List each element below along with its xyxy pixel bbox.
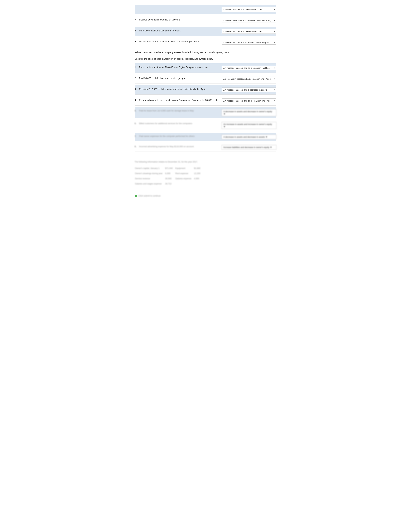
section-intro-1: Falske Computer Timeshare Company entere… (135, 49, 276, 55)
q-number-6-top (135, 7, 139, 7)
main-select-wrapper-2[interactable]: A decrease in assets and a decrease in o… (222, 76, 276, 81)
main-q-text-3: Received $17,000 cash from customers for… (139, 87, 222, 91)
main-q-answer-4[interactable]: An increase in assets and an increase in… (222, 98, 276, 103)
blurred-q-number-8: 8. (135, 145, 139, 148)
bottom-row2-col1: Owner's drawings during year (135, 171, 165, 176)
main-question-row-2: 2. Paid $4,000 cash for May rent on stor… (135, 74, 276, 84)
bottom-row2-col3: Rent expense (175, 171, 194, 176)
bottom-row3-col1: Service revenue (135, 176, 165, 181)
blurred-question-row-8: 8. Incurred advertising expense for May … (135, 143, 276, 152)
blurred-question-row-7: 7. Paid owner expenses for the computer … (135, 133, 276, 141)
question-row-6-top: Increase in assets and decrease in asset… (135, 5, 276, 14)
q-number-7: 7. (135, 18, 139, 21)
bottom-row4-col4 (194, 181, 203, 186)
blurred-q-text-5: Paid for lease from Jul 4,000 cash for s… (139, 109, 222, 112)
green-dot-icon (135, 195, 137, 197)
bottom-row1-col3: Equipment (175, 166, 194, 171)
bottom-row4-col2: 30,712 (165, 181, 175, 186)
select-7[interactable]: Increase in liabilities and decrease in … (222, 18, 276, 23)
bottom-row3-col4: 4,000 (194, 176, 203, 181)
select-wrapper-8[interactable]: Increase in assets and decrease in asset… (222, 29, 276, 34)
blurred-q-text-8: Incurred advertising expense for May $11… (139, 145, 222, 148)
main-select-wrapper-4[interactable]: An increase in assets and an increase in… (222, 98, 276, 103)
blurred-q-number-5: 5. (135, 109, 139, 112)
main-q-answer-1[interactable]: An increase in assets and an increase in… (222, 66, 276, 70)
main-question-row-3: 3. Received $17,000 cash from customers … (135, 85, 276, 95)
main-q-answer-2[interactable]: A decrease in assets and a decrease in o… (222, 76, 276, 81)
blurred-q-text-6: Billed customers for additional services… (139, 122, 222, 125)
select-wrapper-7[interactable]: Increase in liabilities and decrease in … (222, 18, 276, 23)
bottom-row3-col3: Salaries expense (175, 176, 194, 181)
bottom-row1-col1: Owner's capital, January 1 (135, 166, 165, 171)
main-q-answer-3[interactable]: An increase in assets and a decrease in … (222, 87, 276, 92)
blurred-question-row-5: 5. Paid for lease from Jul 4,000 cash fo… (135, 107, 276, 118)
bottom-table-row-2: Owner's drawings during year 6,000 Rent … (135, 171, 203, 176)
select-8[interactable]: Increase in assets and decrease in asset… (222, 29, 276, 34)
question-row-9: 9. Received cash from customers when ser… (135, 38, 276, 47)
blurred-q-answer-6: An increase in assets and increase in ow… (222, 122, 276, 129)
bottom-section-title: The following information relates to Dec… (135, 160, 276, 164)
question-row-7: 7. Incurred advertising expense on accou… (135, 16, 276, 25)
bottom-row2-col2: 6,000 (165, 171, 175, 176)
bottom-row4-col3 (175, 181, 194, 186)
blurred-question-row-6: 6. Billed customers for additional servi… (135, 120, 276, 131)
q-text-7: Incurred advertising expense on account. (139, 18, 222, 21)
blurred-q-answer-8: Increase liabilities and decrease in own… (222, 145, 276, 150)
blurred-select-6: An increase in assets and increase in ow… (222, 122, 276, 129)
bottom-row2-col4: 12,200 (194, 171, 203, 176)
bottom-row4-col1: Salaries and wages expense (135, 181, 165, 186)
blurred-q-number-7: 7. (135, 135, 139, 137)
main-q-number-1: 1. (135, 66, 139, 68)
bottom-table-row-4: Salaries and wages expense 30,712 (135, 181, 203, 186)
blurred-q-number-6: 6. (135, 122, 139, 125)
main-q-text-4: Performed computer services to Viking Co… (139, 98, 222, 102)
q-text-8: Purchased additional equipment for cash. (139, 29, 222, 32)
blurred-select-8: Increase liabilities and decrease in own… (222, 145, 276, 150)
select-wrapper-6-top[interactable]: Increase in assets and decrease in asset… (222, 7, 276, 12)
bottom-row1-col4: $1,890 (194, 166, 203, 171)
main-select-3[interactable]: An increase in assets and a decrease in … (222, 87, 276, 92)
bottom-section: The following information relates to Dec… (135, 160, 276, 187)
q-answer-7[interactable]: Increase in liabilities and decrease in … (222, 18, 276, 23)
main-select-2[interactable]: A decrease in assets and a decrease in o… (222, 76, 276, 81)
bottom-table: Owner's capital, January 1 $71,040 Equip… (135, 166, 203, 187)
select-9[interactable]: Increase in assets and increase in owner… (222, 40, 276, 45)
q-answer-6-top[interactable]: Increase in assets and decrease in asset… (222, 7, 276, 12)
main-q-number-2: 2. (135, 76, 139, 79)
bottom-table-row-3: Service revenue 30,500 Salaries expense … (135, 176, 203, 181)
main-select-wrapper-3[interactable]: An increase in assets and a decrease in … (222, 87, 276, 92)
blurred-select-7: A decrease in assets and decrease in ass… (222, 135, 276, 139)
main-select-wrapper-1[interactable]: An increase in assets and an increase in… (222, 66, 276, 70)
bottom-row1-col2: $71,040 (165, 166, 175, 171)
footer-row: Click submit to continue (135, 195, 276, 197)
main-question-row-4: 4. Performed computer services to Viking… (135, 96, 276, 105)
blurred-select-5: A decrease in assets and decrease in own… (222, 109, 276, 116)
q-answer-9[interactable]: Increase in assets and increase in owner… (222, 40, 276, 45)
select-wrapper-9[interactable]: Increase in assets and increase in owner… (222, 40, 276, 45)
q-number-8: 8. (135, 29, 139, 32)
blurred-q-text-7: Paid owner expenses for the computer per… (139, 135, 222, 138)
question-row-8: 8. Purchased additional equipment for ca… (135, 27, 276, 36)
blurred-q-answer-7: A decrease in assets and decrease in ass… (222, 135, 276, 139)
main-select-1[interactable]: An increase in assets and an increase in… (222, 66, 276, 70)
main-q-text-1: Purchased computers for $20,000 from Dig… (139, 66, 222, 69)
main-question-row-1: 1. Purchased computers for $20,000 from … (135, 63, 276, 73)
blurred-q-answer-5: A decrease in assets and decrease in own… (222, 109, 276, 116)
q-answer-8[interactable]: Increase in assets and decrease in asset… (222, 29, 276, 34)
q-number-9: 9. (135, 40, 139, 43)
main-q-number-4: 4. (135, 98, 139, 101)
q-text-9: Received cash from customers when servic… (139, 40, 222, 43)
section-intro-2: Describe the effect of each transaction … (135, 55, 276, 62)
bottom-table-row-1: Owner's capital, January 1 $71,040 Equip… (135, 166, 203, 171)
main-q-text-2: Paid $4,000 cash for May rent on storage… (139, 76, 222, 80)
footer-text: Click submit to continue (139, 195, 160, 197)
bottom-row3-col2: 30,500 (165, 176, 175, 181)
main-q-number-3: 3. (135, 87, 139, 90)
select-6-top[interactable]: Increase in assets and decrease in asset… (222, 7, 276, 12)
main-select-4[interactable]: An increase in assets and an increase in… (222, 98, 276, 103)
